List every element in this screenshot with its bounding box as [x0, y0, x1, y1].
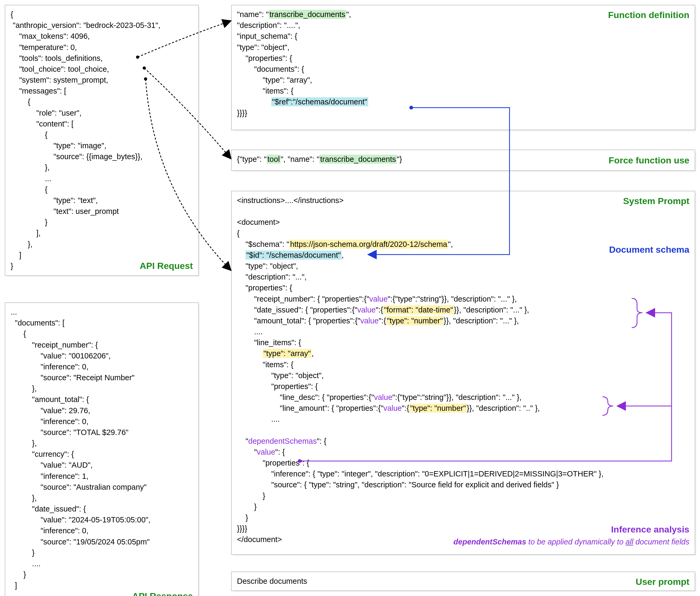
api-response-box: ... "documents": [ { "receipt_number": {… — [5, 302, 199, 596]
user-prompt-title: User prompt — [636, 575, 690, 588]
function-definition-code: "name": "transcribe_documents", "descrip… — [237, 9, 690, 119]
inference-analysis-title: Inference analysis — [611, 523, 690, 536]
function-definition-box: "name": "transcribe_documents", "descrip… — [231, 5, 695, 130]
system-prompt-title: System Prompt — [623, 195, 690, 207]
document-schema-title: Document schema — [609, 243, 690, 256]
force-function-box: {"type": "tool", "name": "transcribe_doc… — [231, 150, 695, 171]
api-response-code: ... "documents": [ { "receipt_number": {… — [10, 307, 193, 596]
inference-analysis-subtitle: dependentSchemas to be applied dynamical… — [453, 537, 690, 547]
user-prompt-code: Describe documents — [237, 576, 690, 587]
api-request-box: { "anthropic_version": "bedrock-2023-05-… — [5, 5, 199, 276]
user-prompt-box: Describe documents User prompt — [231, 572, 695, 591]
api-request-title: API Request — [140, 259, 193, 272]
api-response-title: API Response — [132, 590, 193, 596]
api-request-code: { "anthropic_version": "bedrock-2023-05-… — [10, 9, 193, 272]
system-prompt-box: <instructions>....</instructions> <docum… — [231, 191, 695, 555]
function-definition-title: Function definition — [608, 8, 690, 21]
force-function-title: Force function use — [608, 154, 690, 167]
